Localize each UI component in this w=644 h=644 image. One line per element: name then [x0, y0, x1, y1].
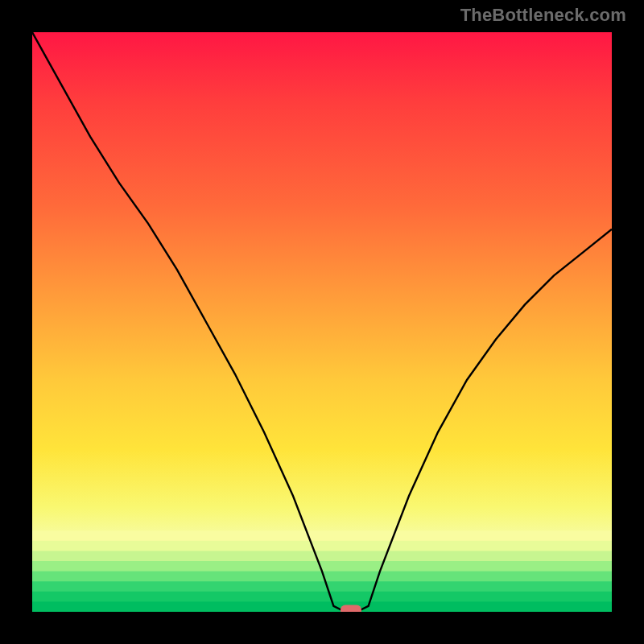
watermark-text: TheBottleneck.com — [460, 5, 626, 26]
minimum-marker — [341, 605, 361, 613]
chart-frame: TheBottleneck.com — [0, 0, 644, 644]
svg-rect-1 — [32, 541, 612, 551]
svg-rect-6 — [32, 592, 612, 602]
svg-rect-0 — [32, 530, 612, 541]
chart-svg — [32, 32, 612, 612]
gradient-background — [32, 32, 612, 612]
svg-rect-2 — [32, 551, 612, 561]
svg-rect-7 — [32, 601, 612, 612]
plot-area — [32, 32, 612, 612]
svg-rect-5 — [32, 581, 612, 592]
